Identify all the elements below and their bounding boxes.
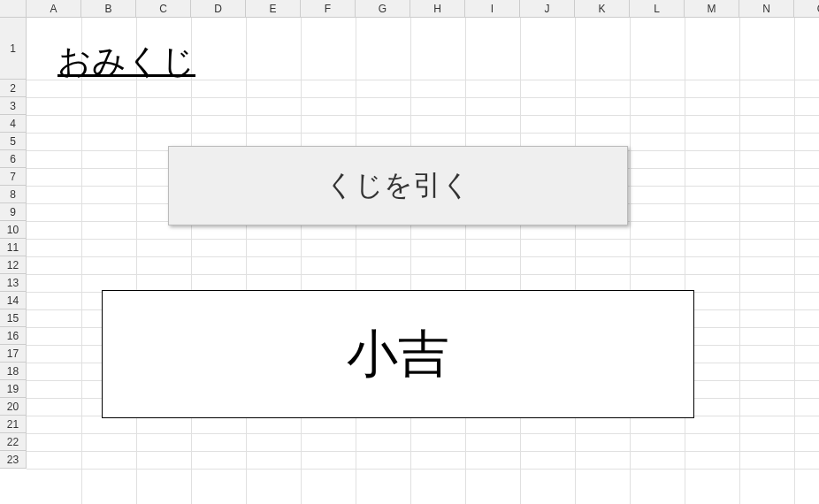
column-header-b[interactable]: B: [81, 0, 136, 18]
grid-line: [575, 18, 576, 504]
grid-line: [27, 274, 819, 275]
column-header-l[interactable]: L: [630, 0, 685, 18]
grid-line: [301, 18, 302, 504]
column-header-j[interactable]: J: [520, 0, 575, 18]
column-header-c[interactable]: C: [136, 0, 191, 18]
column-header-o[interactable]: O: [794, 0, 819, 18]
column-header-d[interactable]: D: [191, 0, 246, 18]
row-header-10[interactable]: 10: [0, 221, 27, 239]
grid-line: [27, 469, 819, 470]
grid-line: [27, 239, 819, 240]
row-header-16[interactable]: 16: [0, 327, 27, 345]
row-header-2[interactable]: 2: [0, 80, 27, 97]
grid-line: [630, 18, 631, 504]
grid-line: [685, 18, 685, 504]
grid-line: [27, 133, 819, 134]
fortune-result-box: 小吉: [102, 290, 694, 418]
row-header-11[interactable]: 11: [0, 239, 27, 256]
row-headers: 1234567891011121314151617181920212223: [0, 18, 27, 469]
grid-line: [27, 97, 819, 98]
row-header-14[interactable]: 14: [0, 292, 27, 309]
row-header-21[interactable]: 21: [0, 416, 27, 433]
grid-line: [191, 18, 192, 504]
spreadsheet-sheet: ABCDEFGHIJKLMNO 123456789101112131415161…: [0, 0, 819, 504]
draw-fortune-button[interactable]: くじを引く: [168, 146, 628, 225]
row-header-23[interactable]: 23: [0, 451, 27, 469]
grid-line: [739, 18, 740, 504]
grid-line: [794, 18, 795, 504]
column-headers: ABCDEFGHIJKLMNO: [0, 0, 819, 18]
column-header-i[interactable]: I: [465, 0, 520, 18]
grid-line: [27, 256, 819, 257]
sheet-title: おみくじ: [57, 39, 195, 84]
grid-line: [246, 18, 247, 504]
row-header-15[interactable]: 15: [0, 309, 27, 327]
row-header-18[interactable]: 18: [0, 363, 27, 380]
row-header-20[interactable]: 20: [0, 398, 27, 416]
row-header-1[interactable]: 1: [0, 18, 27, 80]
column-header-n[interactable]: N: [739, 0, 794, 18]
grid-line: [27, 433, 819, 434]
row-header-22[interactable]: 22: [0, 433, 27, 451]
row-header-17[interactable]: 17: [0, 345, 27, 363]
fortune-result-text: 小吉: [347, 320, 449, 389]
row-header-8[interactable]: 8: [0, 186, 27, 203]
row-header-5[interactable]: 5: [0, 133, 27, 150]
grid-line: [136, 18, 137, 504]
column-header-m[interactable]: M: [685, 0, 739, 18]
row-header-7[interactable]: 7: [0, 168, 27, 186]
row-header-13[interactable]: 13: [0, 274, 27, 292]
grid-area[interactable]: おみくじ くじを引く 小吉: [27, 18, 819, 504]
grid-line: [27, 115, 819, 116]
grid-line: [520, 18, 521, 504]
row-header-6[interactable]: 6: [0, 150, 27, 168]
grid-line: [27, 451, 819, 452]
column-header-h[interactable]: H: [410, 0, 465, 18]
grid-line: [465, 18, 466, 504]
row-header-3[interactable]: 3: [0, 97, 27, 115]
grid-line: [81, 18, 82, 504]
column-header-f[interactable]: F: [301, 0, 356, 18]
row-header-19[interactable]: 19: [0, 380, 27, 398]
row-header-4[interactable]: 4: [0, 115, 27, 133]
grid-line: [410, 18, 411, 504]
row-header-9[interactable]: 9: [0, 203, 27, 221]
column-header-e[interactable]: E: [246, 0, 301, 18]
row-header-12[interactable]: 12: [0, 256, 27, 274]
grid-line: [356, 18, 356, 504]
column-header-g[interactable]: G: [356, 0, 410, 18]
column-header-a[interactable]: A: [27, 0, 81, 18]
column-header-k[interactable]: K: [575, 0, 630, 18]
select-all-corner[interactable]: [0, 0, 27, 18]
